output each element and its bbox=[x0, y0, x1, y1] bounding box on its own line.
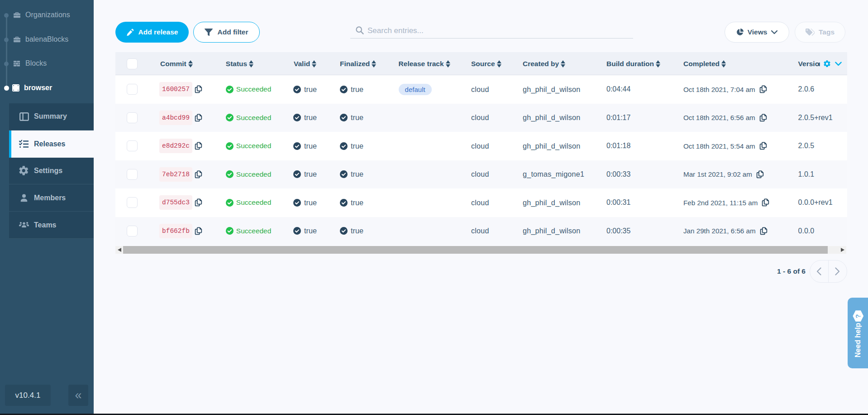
svg-text:?: ? bbox=[854, 314, 862, 318]
